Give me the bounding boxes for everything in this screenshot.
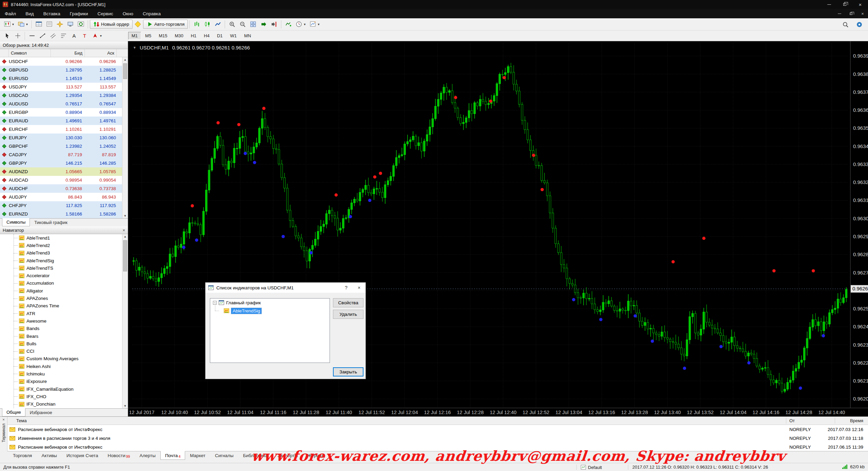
- list-item[interactable]: AbleTrend1: [0, 234, 122, 242]
- col-time[interactable]: Время: [850, 418, 863, 423]
- autotrading-button[interactable]: Авто-торговля: [143, 20, 188, 29]
- tf-m5-button[interactable]: M5: [142, 32, 155, 40]
- new-chart-button[interactable]: ▾: [2, 20, 16, 29]
- scroll-down-icon[interactable]: ▼: [124, 404, 127, 408]
- table-row[interactable]: USDCAD1.293541.29384: [0, 91, 122, 100]
- menu-item-4[interactable]: Сервис: [93, 10, 118, 18]
- mail-row[interactable]: Расписание вебинаров от ИнстаФорексNOREP…: [7, 425, 868, 434]
- table-row[interactable]: EURNZD1.581661.58286: [0, 210, 122, 218]
- restore-button[interactable]: [837, 0, 852, 9]
- table-row[interactable]: GBPCHF1.239821.24052: [0, 142, 122, 150]
- table-row[interactable]: EURUSD1.145191.14549: [0, 74, 122, 83]
- list-item[interactable]: Heiken Ashi: [0, 363, 122, 370]
- list-item[interactable]: CCI: [0, 347, 122, 355]
- navigator-button[interactable]: [55, 20, 65, 29]
- candles-button[interactable]: [202, 20, 213, 29]
- terminal-tab-4[interactable]: Алерты: [135, 451, 160, 460]
- menu-item-5[interactable]: Окно: [118, 10, 138, 18]
- list-item[interactable]: AbleTrendSig: [0, 257, 122, 264]
- table-row[interactable]: EURAUD1.496911.49761: [0, 117, 122, 125]
- tab-market-watch-0[interactable]: Символы: [2, 218, 30, 226]
- metaeditor-button[interactable]: [133, 20, 143, 29]
- col-subject[interactable]: Тема: [16, 418, 27, 423]
- mdi-close-button[interactable]: ×: [859, 10, 866, 17]
- indicators-button[interactable]: [283, 20, 294, 29]
- tile-windows-button[interactable]: [248, 20, 258, 29]
- navigator-list[interactable]: AbleTrend1AbleTrend2AbleTrend3AbleTrendS…: [0, 234, 122, 408]
- delete-button[interactable]: Удалить: [333, 310, 363, 319]
- scroll-up-icon[interactable]: ▲: [124, 58, 127, 61]
- menu-item-0[interactable]: Файл: [0, 10, 21, 18]
- table-row[interactable]: AUDCHF0.736380.73738: [0, 184, 122, 193]
- list-item[interactable]: APAZones Time: [0, 302, 122, 310]
- list-item[interactable]: Awesome: [0, 317, 122, 325]
- menu-item-3[interactable]: Графики: [65, 10, 93, 18]
- list-item[interactable]: Accumulation: [0, 280, 122, 287]
- indicator-tree[interactable]: − Главный график AbleTrendSig: [210, 298, 330, 363]
- titlebar[interactable]: 8744460: InstaForex-USA2.com - [USDCHF,M…: [0, 0, 868, 9]
- list-item[interactable]: iExposure: [0, 378, 122, 385]
- label-button[interactable]: T: [79, 31, 90, 40]
- table-row[interactable]: AUDUSD0.765170.76547: [0, 100, 122, 108]
- list-item[interactable]: Bands: [0, 325, 122, 332]
- strategy-tester-button[interactable]: [76, 20, 86, 29]
- tf-d1-button[interactable]: D1: [214, 32, 226, 40]
- cursor-button[interactable]: [2, 31, 13, 40]
- tree-child-row[interactable]: AbleTrendSig: [210, 307, 330, 315]
- list-item[interactable]: ATR: [0, 310, 122, 317]
- list-item[interactable]: Alligator: [0, 287, 122, 294]
- tf-m30-button[interactable]: M30: [171, 32, 186, 40]
- list-item[interactable]: Bears: [0, 332, 122, 340]
- chart-expander-icon[interactable]: ▼: [133, 46, 136, 49]
- table-row[interactable]: EURJPY130.030130.060: [0, 134, 122, 142]
- mdi-restore-button[interactable]: [848, 10, 854, 17]
- search-button[interactable]: [840, 20, 851, 29]
- dialog-help-button[interactable]: ?: [340, 283, 353, 293]
- terminal-tab-6[interactable]: Маркет: [185, 451, 210, 460]
- tf-m15-button[interactable]: M15: [155, 32, 171, 40]
- navigator-scrollbar[interactable]: ▲ ▼: [122, 234, 128, 408]
- tab-market-watch-1[interactable]: Тиковый график: [30, 219, 72, 226]
- tab-navigator-0[interactable]: Общие: [2, 408, 25, 416]
- terminal-tab-3[interactable]: Новости99: [103, 451, 135, 460]
- market-watch-button[interactable]: [34, 20, 44, 29]
- scroll-thumb[interactable]: [123, 240, 127, 271]
- chart-shift-button[interactable]: [269, 20, 279, 29]
- menu-item-6[interactable]: Справка: [138, 10, 165, 18]
- tree-selected-item[interactable]: AbleTrendSig: [231, 308, 261, 314]
- mdi-minimize-button[interactable]: [836, 10, 843, 17]
- terminal-tab-5[interactable]: Почта4: [160, 451, 185, 460]
- table-row[interactable]: GBPJPY146.215146.285: [0, 159, 122, 167]
- table-row[interactable]: EURGBP0.889040.88934: [0, 108, 122, 117]
- market-watch-table[interactable]: USDCHF0.962660.96296GBPUSD1.287951.28825…: [0, 57, 122, 218]
- scroll-up-icon[interactable]: ▲: [124, 235, 127, 238]
- zoom-in-button[interactable]: [227, 20, 237, 29]
- table-row[interactable]: USDJPY113.527113.557: [0, 83, 122, 91]
- terminal-tab-2[interactable]: История Счета: [62, 451, 103, 460]
- column-header-0[interactable]: Символ: [9, 49, 51, 57]
- tree-root-label[interactable]: Главный график: [226, 300, 261, 305]
- line-chart-button[interactable]: [213, 20, 223, 29]
- table-row[interactable]: GBPUSD1.287951.28825: [0, 66, 122, 74]
- bars-button[interactable]: [192, 20, 202, 29]
- arrows-button[interactable]: ▾: [90, 31, 104, 40]
- hline-button[interactable]: [27, 31, 37, 40]
- data-window-button[interactable]: [44, 20, 55, 29]
- table-row[interactable]: AUDNZD1.056651.05785: [0, 167, 122, 176]
- dialog-titlebar[interactable]: Список индикаторов на USDCHF,M1 ? ×: [205, 283, 366, 293]
- terminal-tab-7[interactable]: Сигналы: [210, 451, 238, 460]
- mail-row[interactable]: Изменения в расписании торгов 3 и 4 июля…: [7, 434, 868, 443]
- auto-scroll-button[interactable]: [258, 20, 269, 29]
- terminal-column-header[interactable]: Тема От Время: [7, 417, 868, 425]
- list-item[interactable]: AbleTrend3: [0, 249, 122, 257]
- table-row[interactable]: AUDJPY86.84386.943: [0, 193, 122, 201]
- profiles-button[interactable]: ▾: [16, 20, 30, 29]
- crosshair-button[interactable]: [13, 31, 23, 40]
- table-row[interactable]: EURCHF1.102611.10291: [0, 125, 122, 134]
- tf-w1-button[interactable]: W1: [227, 32, 240, 40]
- scroll-thumb[interactable]: [123, 63, 127, 79]
- tree-root-row[interactable]: − Главный график: [210, 299, 330, 307]
- tf-mn-button[interactable]: MN: [241, 32, 254, 40]
- list-item[interactable]: APAZones: [0, 294, 122, 302]
- list-item[interactable]: Accelerator: [0, 272, 122, 279]
